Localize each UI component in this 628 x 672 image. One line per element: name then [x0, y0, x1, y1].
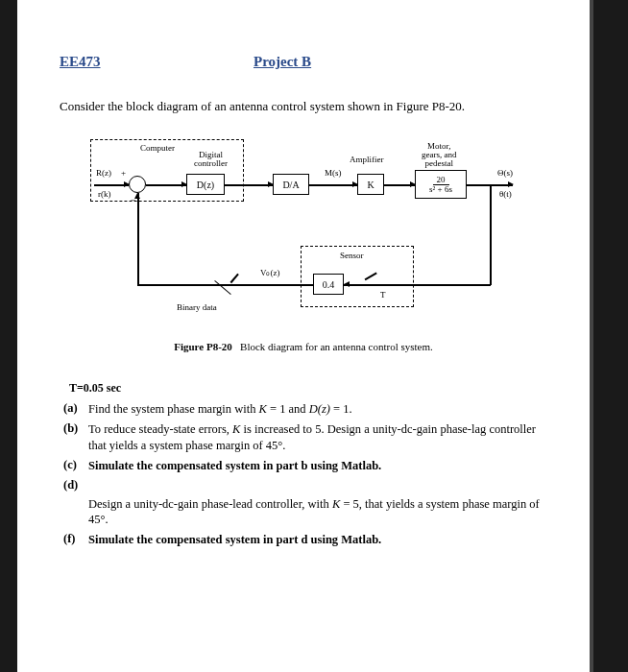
qa-k: K	[259, 402, 267, 416]
sensor-gain-block: 0.4	[313, 274, 344, 295]
block-diagram: Computer Digitalcontroller R(z) + r(k) −…	[73, 133, 534, 335]
voz-label: V₀(z)	[260, 268, 280, 277]
binary-tick	[230, 274, 239, 283]
fb-v1	[490, 184, 492, 285]
l3	[309, 184, 357, 186]
a4	[410, 181, 416, 187]
text-d: Design a unity-dc-gain phase-lead contro…	[88, 496, 547, 529]
motor-label: Motor,gears, andpedestal	[422, 142, 456, 168]
fb-h2	[137, 284, 313, 286]
dz-block: D(z)	[186, 174, 225, 195]
timing-text: T=0.05 sec	[69, 381, 547, 396]
question-d: (d)	[63, 478, 547, 492]
r-z-label: R(z)	[96, 168, 111, 178]
da-block: D/A	[273, 174, 309, 195]
digital-controller-label: Digitalcontroller	[194, 151, 228, 168]
bullet-a: (a)	[63, 401, 88, 418]
qa-eq2: = 1.	[330, 402, 352, 416]
qd-pre: Design a unity-dc-gain phase-lead contro…	[88, 497, 332, 511]
l1	[146, 184, 186, 186]
a-sens-in	[344, 281, 350, 287]
fb-v2	[137, 193, 139, 285]
course-link[interactable]: EE473	[60, 54, 101, 69]
a1	[181, 181, 187, 187]
qa-d: D(z)	[309, 402, 330, 416]
qa-pre: Find the system phase margin with	[88, 402, 259, 416]
binary-data-label: Binary data	[177, 302, 217, 312]
binary-pointer	[214, 280, 230, 295]
figure-caption: Figure P8-20 Block diagram for an antenn…	[60, 341, 547, 352]
a2	[268, 181, 274, 187]
question-list: (a) Find the system phase margin with K …	[63, 401, 547, 548]
tf-den: s² + 6s	[427, 185, 454, 194]
bullet-c: (c)	[63, 458, 88, 474]
question-b: (b) To reduce steady-state errors, K is …	[63, 421, 547, 454]
computer-label: Computer	[140, 143, 175, 153]
text-b: To reduce steady-state errors, K is incr…	[88, 421, 547, 454]
pdf-page: EE473 Project B Consider the block diagr…	[17, 0, 593, 672]
tf-block: 20 s² + 6s	[415, 170, 467, 199]
summing-junction	[129, 176, 146, 193]
question-a: (a) Find the system phase margin with K …	[63, 401, 547, 418]
figure-caption-text: Block diagram for an antenna control sys…	[240, 341, 433, 352]
tf-num: 20	[433, 176, 449, 185]
intro-text: Consider the block diagram of an antenna…	[60, 99, 547, 114]
a3	[352, 181, 358, 187]
l2	[225, 184, 273, 186]
plus-sign: +	[121, 168, 126, 178]
figure-caption-bold: Figure P8-20	[174, 341, 232, 352]
amplifier-label: Amplifier	[350, 155, 384, 164]
header-row: EE473 Project B	[60, 53, 547, 70]
transfer-function: 20 s² + 6s	[427, 176, 454, 194]
project-link[interactable]: Project B	[254, 54, 311, 69]
t-label: T	[380, 290, 386, 300]
ms-label: M(s)	[325, 168, 342, 178]
text-d-empty	[88, 478, 547, 492]
sensor-label: Sensor	[340, 251, 364, 260]
text-f: Simulate the compensated system in part …	[88, 532, 547, 548]
a5	[508, 181, 514, 187]
arrow-in	[124, 181, 130, 187]
qb-pre: To reduce steady-state errors,	[88, 422, 232, 436]
theta-s: Θ(s)	[497, 168, 513, 178]
document-content: EE473 Project B Consider the block diagr…	[17, 0, 590, 562]
bullet-d: (d)	[63, 478, 88, 492]
a-fb-up	[134, 193, 140, 199]
r-k-label: r(k)	[98, 189, 111, 199]
text-c: Simulate the compensated system in part …	[88, 458, 547, 474]
qa-eq1: = 1 and	[267, 402, 309, 416]
question-f: (f) Simulate the compensated system in p…	[63, 532, 547, 548]
question-c: (c) Simulate the compensated system in p…	[63, 458, 547, 474]
bullet-b: (b)	[63, 421, 88, 454]
k-block: K	[357, 174, 384, 195]
theta-t: θ(t)	[499, 189, 512, 199]
text-a: Find the system phase margin with K = 1 …	[88, 401, 547, 418]
bullet-f: (f)	[63, 532, 88, 548]
